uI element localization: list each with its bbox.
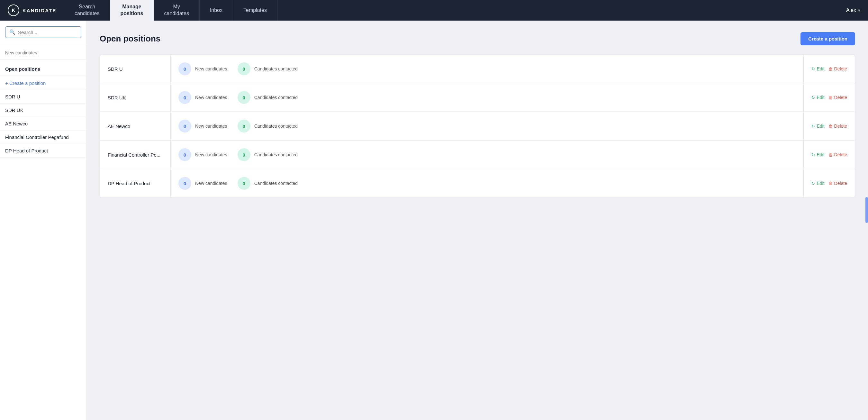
logo-area[interactable]: K KANDIDATE — [0, 4, 64, 16]
contacted-stat: 0 Candidates contacted — [238, 62, 298, 75]
sidebar-item-financial-controller[interactable]: Financial Controller Pegafund — [0, 130, 87, 144]
refresh-icon: ↻ — [811, 66, 815, 71]
new-candidates-label: New candidates — [195, 66, 227, 71]
sidebar-item-dp-head-of-product[interactable]: DP Head of Product — [0, 144, 87, 157]
main-content: Open positions Create a position SDR U 0… — [87, 21, 868, 420]
position-actions-sdr-u: ↻ Edit 🗑 Delete — [803, 55, 855, 83]
nav-item-manage-positions[interactable]: Manage positions — [110, 0, 154, 21]
delete-button-ae-newco[interactable]: 🗑 Delete — [829, 123, 847, 129]
new-candidates-label: New candidates — [195, 95, 227, 100]
position-name-sdr-uk[interactable]: SDR UK — [100, 83, 171, 112]
position-actions-financial-controller: ↻ Edit 🗑 Delete — [803, 141, 855, 169]
scrollbar-nub[interactable] — [865, 197, 868, 223]
position-name-sdr-u[interactable]: SDR U — [100, 55, 171, 83]
trash-icon: 🗑 — [829, 124, 833, 129]
position-name-dp-head-of-product[interactable]: DP Head of Product — [100, 169, 171, 198]
contacted-stat: 0 Candidates contacted — [238, 177, 298, 190]
contacted-badge: 0 — [238, 177, 250, 190]
position-stats-ae-newco: 0 New candidates 0 Candidates contacted — [171, 120, 803, 132]
contacted-stat: 0 Candidates contacted — [238, 91, 298, 104]
trash-icon: 🗑 — [829, 152, 833, 157]
edit-button-sdr-u[interactable]: ↻ Edit — [811, 66, 824, 71]
delete-button-financial-controller[interactable]: 🗑 Delete — [829, 152, 847, 157]
contacted-badge: 0 — [238, 91, 250, 104]
new-candidates-stat: 0 New candidates — [179, 148, 227, 161]
position-stats-sdr-u: 0 New candidates 0 Candidates contacted — [171, 62, 803, 75]
chevron-down-icon: ▾ — [858, 8, 860, 13]
contacted-label: Candidates contacted — [254, 152, 298, 157]
nav-item-search-candidates[interactable]: Search candidates — [64, 0, 110, 21]
position-actions-sdr-uk: ↻ Edit 🗑 Delete — [803, 83, 855, 112]
position-name-financial-controller[interactable]: Financial Controller Pe... — [100, 141, 171, 169]
contacted-stat: 0 Candidates contacted — [238, 120, 298, 132]
nav-item-inbox[interactable]: Inbox — [199, 0, 233, 21]
search-box[interactable]: 🔍 — [5, 26, 81, 38]
contacted-stat: 0 Candidates contacted — [238, 148, 298, 161]
contacted-badge: 0 — [238, 148, 250, 161]
new-candidates-label: New candidates — [5, 50, 37, 55]
delete-button-sdr-uk[interactable]: 🗑 Delete — [829, 95, 847, 100]
user-name: Alex — [846, 7, 856, 13]
new-candidates-label: New candidates — [195, 152, 227, 157]
page-title: Open positions — [100, 34, 160, 44]
trash-icon: 🗑 — [829, 95, 833, 100]
sidebar: 🔍 New candidates Open positions + Create… — [0, 21, 87, 420]
search-icon: 🔍 — [9, 29, 16, 35]
new-candidates-label: New candidates — [195, 123, 227, 129]
new-candidates-badge: 0 — [179, 177, 191, 190]
table-row: Financial Controller Pe... 0 New candida… — [100, 140, 855, 169]
sidebar-item-ae-newco[interactable]: AE Newco — [0, 117, 87, 130]
new-candidates-badge: 0 — [179, 148, 191, 161]
user-menu[interactable]: Alex ▾ — [838, 7, 868, 13]
logo-icon: K — [8, 4, 19, 16]
nav-item-my-candidates[interactable]: My candidates — [154, 0, 199, 21]
table-row: AE Newco 0 New candidates 0 Candidates c… — [100, 112, 855, 140]
table-row: SDR UK 0 New candidates 0 Candidates con… — [100, 83, 855, 112]
logo-text: KANDIDATE — [23, 8, 56, 13]
table-row: DP Head of Product 0 New candidates 0 Ca… — [100, 169, 855, 198]
contacted-label: Candidates contacted — [254, 181, 298, 186]
refresh-icon: ↻ — [811, 181, 815, 186]
new-candidates-label: New candidates — [195, 181, 227, 186]
main-header: Open positions Create a position — [100, 32, 855, 46]
trash-icon: 🗑 — [829, 181, 833, 186]
refresh-icon: ↻ — [811, 152, 815, 157]
new-candidates-stat: 0 New candidates — [179, 177, 227, 190]
new-candidates-stat: 0 New candidates — [179, 91, 227, 104]
new-candidates-badge: 0 — [179, 62, 191, 75]
positions-list: SDR U 0 New candidates 0 Candidates cont… — [100, 54, 855, 198]
delete-button-dp-head-of-product[interactable]: 🗑 Delete — [829, 181, 847, 186]
position-stats-financial-controller: 0 New candidates 0 Candidates contacted — [171, 148, 803, 161]
edit-button-sdr-uk[interactable]: ↻ Edit — [811, 95, 824, 100]
table-row: SDR U 0 New candidates 0 Candidates cont… — [100, 54, 855, 83]
edit-button-dp-head-of-product[interactable]: ↻ Edit — [811, 181, 824, 186]
create-position-button[interactable]: Create a position — [801, 32, 855, 46]
refresh-icon: ↻ — [811, 124, 815, 129]
contacted-label: Candidates contacted — [254, 123, 298, 129]
open-positions-heading: Open positions — [0, 61, 87, 73]
contacted-badge: 0 — [238, 62, 250, 75]
nav-items: Search candidates Manage positions My ca… — [64, 0, 838, 21]
contacted-badge: 0 — [238, 120, 250, 132]
nav-item-templates[interactable]: Templates — [233, 0, 277, 21]
position-stats-dp-head-of-product: 0 New candidates 0 Candidates contacted — [171, 177, 803, 190]
new-candidates-section: New candidates — [0, 44, 87, 58]
sidebar-item-sdr-u[interactable]: SDR U — [0, 90, 87, 103]
sidebar-search-area: 🔍 — [0, 21, 87, 44]
position-stats-sdr-uk: 0 New candidates 0 Candidates contacted — [171, 91, 803, 104]
new-candidates-badge: 0 — [179, 120, 191, 132]
delete-button-sdr-u[interactable]: 🗑 Delete — [829, 66, 847, 71]
position-actions-ae-newco: ↻ Edit 🗑 Delete — [803, 112, 855, 140]
contacted-label: Candidates contacted — [254, 95, 298, 100]
new-candidates-stat: 0 New candidates — [179, 62, 227, 75]
sidebar-item-sdr-uk[interactable]: SDR UK — [0, 103, 87, 117]
position-name-ae-newco[interactable]: AE Newco — [100, 112, 171, 140]
sidebar-create-position[interactable]: + Create a position — [0, 77, 87, 90]
edit-button-ae-newco[interactable]: ↻ Edit — [811, 123, 824, 129]
position-actions-dp-head-of-product: ↻ Edit 🗑 Delete — [803, 169, 855, 198]
search-input[interactable] — [18, 30, 77, 35]
new-candidates-badge: 0 — [179, 91, 191, 104]
refresh-icon: ↻ — [811, 95, 815, 100]
trash-icon: 🗑 — [829, 66, 833, 71]
edit-button-financial-controller[interactable]: ↻ Edit — [811, 152, 824, 157]
